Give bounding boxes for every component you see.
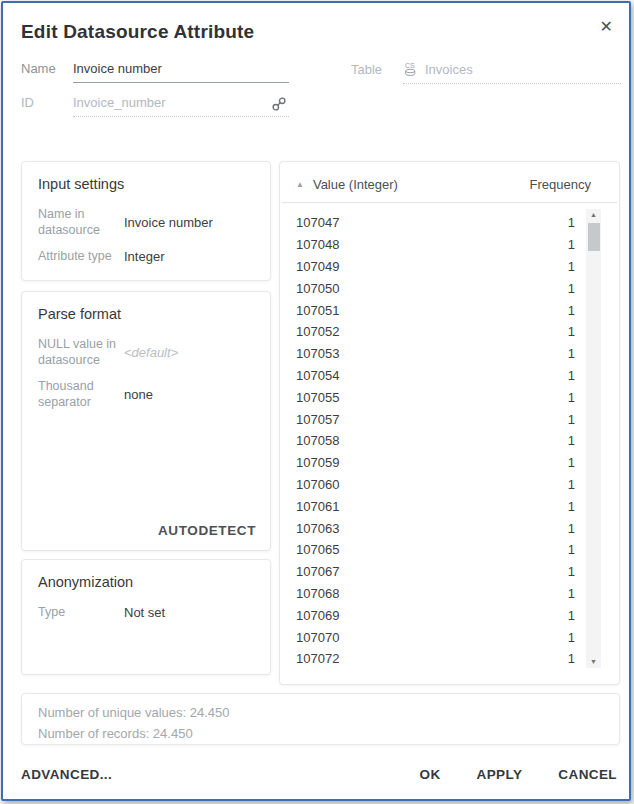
frequency-cell: 1 xyxy=(568,215,575,230)
frequency-cell: 1 xyxy=(568,281,575,296)
frequency-column-header[interactable]: Frequency xyxy=(530,177,591,192)
frequency-cell: 1 xyxy=(568,477,575,492)
scrollbar[interactable]: ▲ ▼ xyxy=(586,209,601,668)
value-cell: 107068 xyxy=(296,586,568,601)
value-cell: 107069 xyxy=(296,608,568,623)
table-row[interactable]: 1070481 xyxy=(296,234,575,256)
anonymization-type-row: Type Not set xyxy=(38,604,254,620)
parse-format-card: Parse format NULL value in datasource <d… xyxy=(21,291,271,551)
frequency-cell: 1 xyxy=(568,433,575,448)
table-row[interactable]: 1070511 xyxy=(296,299,575,321)
name-in-datasource-label: Name in datasource xyxy=(38,206,124,238)
value-cell: 107065 xyxy=(296,542,568,557)
value-cell: 107060 xyxy=(296,477,568,492)
table-row[interactable]: 1070471 xyxy=(296,212,575,234)
link-icon[interactable] xyxy=(271,96,287,112)
id-label: ID xyxy=(21,95,73,117)
frequency-cell: 1 xyxy=(568,346,575,361)
apply-button[interactable]: APPLY xyxy=(477,767,523,782)
attribute-type-value: Integer xyxy=(124,249,164,264)
thousand-separator-label: Thousand separator xyxy=(38,378,124,410)
table-value: Invoices xyxy=(425,62,473,77)
value-frequency-panel: ▲ Value (Integer) Frequency 107047110704… xyxy=(279,161,620,685)
value-cell: 107061 xyxy=(296,499,568,514)
table-row[interactable]: 1070581 xyxy=(296,430,575,452)
sort-ascending-icon: ▲ xyxy=(296,180,304,189)
dialog-title: Edit Datasource Attribute xyxy=(21,21,254,43)
frequency-cell: 1 xyxy=(568,564,575,579)
input-settings-card: Input settings Name in datasource Invoic… xyxy=(21,161,271,281)
parse-format-title: Parse format xyxy=(38,306,254,322)
table-row[interactable]: 1070571 xyxy=(296,408,575,430)
value-column-header[interactable]: Value (Integer) xyxy=(313,177,398,192)
name-in-datasource-row: Name in datasource Invoice number xyxy=(38,206,254,238)
table-row[interactable]: 1070551 xyxy=(296,386,575,408)
id-form-row: ID Invoice_number xyxy=(21,95,289,117)
name-form-row: Name Invoice number xyxy=(21,61,289,83)
id-field: Invoice_number xyxy=(73,95,289,117)
table-field: CS Invoices xyxy=(403,61,621,84)
svg-text:CS: CS xyxy=(405,62,415,69)
frequency-cell: 1 xyxy=(568,455,575,470)
summary-panel: Number of unique values: 24.450 Number o… xyxy=(21,693,620,745)
value-cell: 107072 xyxy=(296,651,568,666)
table-row[interactable]: 1070521 xyxy=(296,321,575,343)
value-cell: 107050 xyxy=(296,281,568,296)
scroll-down-icon[interactable]: ▼ xyxy=(586,656,601,668)
anonymization-card: Anonymization Type Not set xyxy=(21,559,271,675)
value-cell: 107055 xyxy=(296,390,568,405)
thousand-separator-row: Thousand separator none xyxy=(38,378,254,410)
table-row[interactable]: 1070501 xyxy=(296,277,575,299)
table-row[interactable]: 1070591 xyxy=(296,452,575,474)
attribute-type-row: Attribute type Integer xyxy=(38,248,254,264)
unique-values-text: Number of unique values: 24.450 xyxy=(38,702,603,723)
value-cell: 107052 xyxy=(296,324,568,339)
null-value-row: NULL value in datasource <default> xyxy=(38,336,254,368)
table-row[interactable]: 1070491 xyxy=(296,256,575,278)
table-row[interactable]: 1070631 xyxy=(296,517,575,539)
frequency-cell: 1 xyxy=(568,412,575,427)
table-row[interactable]: 1070701 xyxy=(296,626,575,648)
dialog-footer: ADVANCED... OK APPLY CANCEL xyxy=(21,767,617,782)
frequency-cell: 1 xyxy=(568,368,575,383)
value-cell: 107057 xyxy=(296,412,568,427)
table-row[interactable]: 1070541 xyxy=(296,365,575,387)
table-row[interactable]: 1070671 xyxy=(296,561,575,583)
value-table-body: 1070471107048110704911070501107051110705… xyxy=(280,209,619,684)
table-row[interactable]: 1070681 xyxy=(296,583,575,605)
table-row[interactable]: 1070721 xyxy=(296,648,575,670)
cancel-button[interactable]: CANCEL xyxy=(558,767,617,782)
table-form-row: Table CS Invoices xyxy=(351,61,621,84)
name-input[interactable]: Invoice number xyxy=(73,61,289,83)
frequency-cell: 1 xyxy=(568,630,575,645)
null-value-value: <default> xyxy=(124,345,178,360)
frequency-cell: 1 xyxy=(568,390,575,405)
ok-button[interactable]: OK xyxy=(420,767,441,782)
autodetect-button[interactable]: AUTODETECT xyxy=(158,523,256,538)
frequency-cell: 1 xyxy=(568,259,575,274)
value-cell: 107047 xyxy=(296,215,568,230)
value-cell: 107053 xyxy=(296,346,568,361)
advanced-button[interactable]: ADVANCED... xyxy=(21,767,112,782)
null-value-label: NULL value in datasource xyxy=(38,336,124,368)
frequency-cell: 1 xyxy=(568,521,575,536)
scroll-up-icon[interactable]: ▲ xyxy=(586,209,601,221)
table-row[interactable]: 1070531 xyxy=(296,343,575,365)
table-row[interactable]: 1070651 xyxy=(296,539,575,561)
scrollbar-thumb[interactable] xyxy=(588,223,600,251)
frequency-cell: 1 xyxy=(568,324,575,339)
close-icon[interactable]: ✕ xyxy=(600,19,613,35)
frequency-cell: 1 xyxy=(568,237,575,252)
edit-datasource-attribute-dialog: Edit Datasource Attribute ✕ Name Invoice… xyxy=(1,1,631,801)
frequency-cell: 1 xyxy=(568,303,575,318)
table-row[interactable]: 1070611 xyxy=(296,495,575,517)
table-row[interactable]: 1070601 xyxy=(296,474,575,496)
datasource-icon: CS xyxy=(403,61,418,77)
frequency-cell: 1 xyxy=(568,542,575,557)
anonymization-type-value: Not set xyxy=(124,605,165,620)
thousand-separator-value: none xyxy=(124,387,153,402)
table-row[interactable]: 1070691 xyxy=(296,604,575,626)
frequency-cell: 1 xyxy=(568,586,575,601)
attribute-type-label: Attribute type xyxy=(38,248,124,264)
value-cell: 107051 xyxy=(296,303,568,318)
